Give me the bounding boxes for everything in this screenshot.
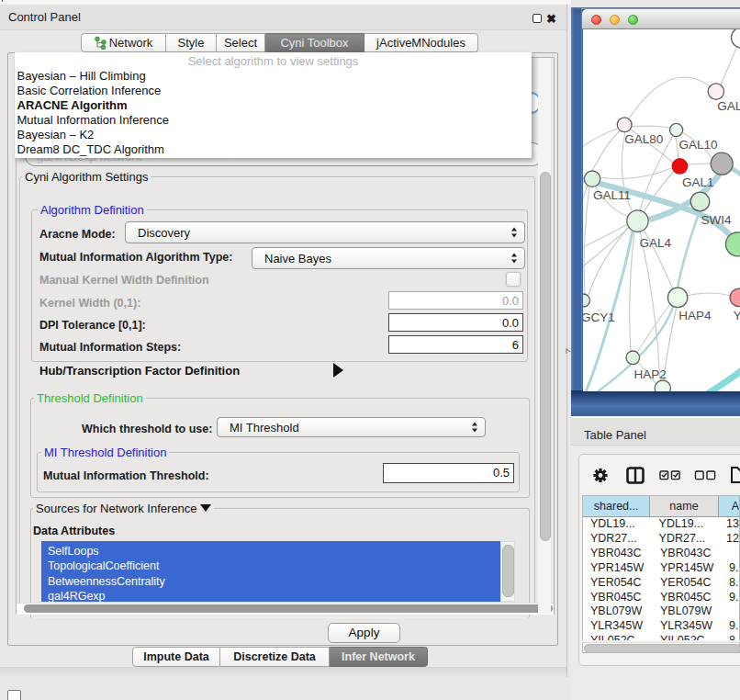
svg-text:SWI4: SWI4 bbox=[701, 213, 732, 227]
svg-text:GAL11: GAL11 bbox=[593, 188, 631, 202]
svg-text:GAL80: GAL80 bbox=[624, 132, 663, 146]
svg-text:HAP2: HAP2 bbox=[633, 367, 666, 381]
svg-text:HAP4: HAP4 bbox=[678, 309, 712, 322]
svg-text:GAL7: GAL7 bbox=[717, 99, 740, 113]
svg-text:GAL1: GAL1 bbox=[682, 175, 714, 189]
svg-text:GCY1: GCY1 bbox=[583, 310, 615, 324]
svg-text:GAL10: GAL10 bbox=[679, 138, 718, 152]
svg-text:YBR0: YBR0 bbox=[734, 309, 740, 322]
svg-text:GAL4: GAL4 bbox=[640, 236, 672, 250]
